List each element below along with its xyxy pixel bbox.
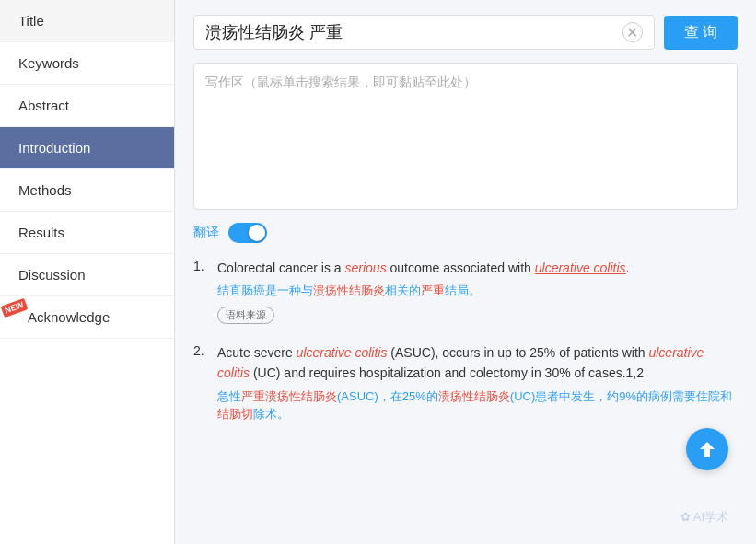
cn-highlight: 结肠切 [217,407,253,421]
list-item: 2. Acute severe ulcerative colitis (ASUC… [193,342,738,429]
italic-text: ulcerative colitis [217,345,704,380]
italic-text: serious [345,260,387,275]
sidebar-item-title[interactable]: Title [0,0,174,42]
writing-area[interactable]: 写作区（鼠标单击搜索结果，即可黏贴至此处） [193,63,738,210]
clear-button[interactable]: ✕ [622,22,643,42]
sidebar-item-discussion[interactable]: Discussion [0,254,174,296]
translate-label: 翻译 [193,225,219,241]
sidebar-item-title-label: Title [18,13,44,29]
sidebar-item-introduction[interactable]: Introduction [0,127,174,169]
cn-highlight: 严重 [421,284,445,297]
result-number: 1. [193,258,210,324]
translate-row: 翻译 [193,223,738,243]
arrow-up-icon [696,438,718,460]
list-item: 1. Colorectal cancer is a serious outcom… [193,258,738,324]
sidebar-item-acknowledge-label: Acknowledge [28,309,110,325]
result-content: Colorectal cancer is a serious outcome a… [217,258,738,324]
sidebar: Title Keywords Abstract Introduction Met… [0,0,175,544]
sidebar-item-methods[interactable]: Methods [0,169,174,212]
italic-underline-text: ulcerative colitis [535,260,626,275]
toggle-knob [249,225,265,241]
cn-highlight: 严重溃疡性结肠炎 [241,389,337,403]
writing-placeholder: 写作区（鼠标单击搜索结果，即可黏贴至此处） [205,75,476,89]
search-button[interactable]: 查 询 [664,16,738,50]
italic-text: ulcerative colitis [297,345,388,360]
result-number: 2. [193,342,210,429]
cn-highlight: 溃疡性结肠炎 [313,284,385,297]
results-list: 1. Colorectal cancer is a serious outcom… [193,258,738,429]
sidebar-item-acknowledge[interactable]: NEW Acknowledge [0,296,174,339]
sidebar-item-abstract-label: Abstract [18,98,69,113]
sidebar-item-results-label: Results [18,225,64,240]
sidebar-item-results[interactable]: Results [0,212,174,254]
search-query: 溃疡性结肠炎 严重 [205,21,622,43]
watermark: ✿ AI学术 [680,509,728,526]
search-input-wrap: 溃疡性结肠炎 严重 ✕ [193,15,655,50]
sidebar-item-discussion-label: Discussion [18,267,86,283]
sidebar-item-keywords[interactable]: Keywords [0,42,174,85]
scroll-up-button[interactable] [686,428,728,470]
sidebar-item-abstract[interactable]: Abstract [0,85,174,127]
main-content: 溃疡性结肠炎 严重 ✕ 查 询 写作区（鼠标单击搜索结果，即可黏贴至此处） 翻译… [175,0,756,544]
cn-highlight: 溃疡性结肠炎 [438,389,510,403]
new-badge: NEW [1,298,29,318]
sidebar-item-keywords-label: Keywords [18,55,79,71]
search-bar: 溃疡性结肠炎 严重 ✕ 查 询 [193,15,738,50]
sidebar-item-introduction-label: Introduction [18,140,90,156]
result-chinese: 急性严重溃疡性结肠炎(ASUC)，在25%的溃疡性结肠炎(UC)患者中发生，约9… [217,388,738,423]
translate-toggle[interactable] [228,223,267,243]
sidebar-item-methods-label: Methods [18,182,72,198]
source-tag[interactable]: 语料来源 [217,307,274,324]
result-content: Acute severe ulcerative colitis (ASUC), … [217,342,738,429]
result-chinese: 结直肠癌是一种与溃疡性结肠炎相关的严重结局。 [217,282,738,300]
result-english: Acute severe ulcerative colitis (ASUC), … [217,342,738,384]
result-english: Colorectal cancer is a serious outcome a… [217,258,738,278]
